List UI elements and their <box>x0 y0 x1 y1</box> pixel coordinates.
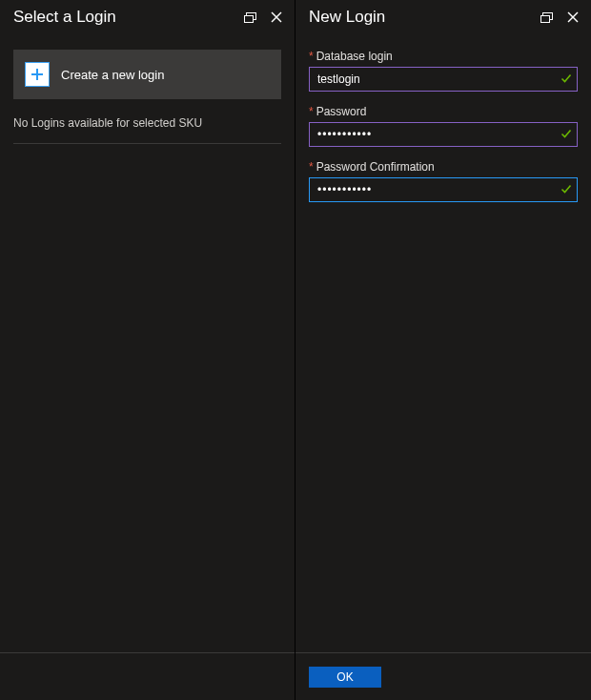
restore-icon[interactable] <box>241 9 258 26</box>
password-confirm-label: *Password Confirmation <box>309 160 578 174</box>
plus-icon <box>25 62 50 87</box>
password-confirm-field-group: *Password Confirmation <box>309 160 578 202</box>
new-login-title: New Login <box>309 8 385 27</box>
password-field-group: *Password <box>309 105 578 147</box>
database-login-input[interactable] <box>309 67 578 92</box>
database-login-label: *Database login <box>309 50 578 63</box>
checkmark-icon <box>560 71 572 88</box>
checkmark-icon <box>560 181 572 198</box>
ok-button[interactable]: OK <box>309 667 381 688</box>
required-marker: * <box>309 105 314 118</box>
required-marker: * <box>309 160 314 174</box>
password-label: *Password <box>309 105 578 118</box>
select-login-body: Create a new login No Logins available f… <box>0 32 295 652</box>
select-login-controls <box>241 9 285 26</box>
restore-icon[interactable] <box>538 9 555 26</box>
password-input-wrap <box>309 122 578 147</box>
svg-rect-7 <box>540 15 549 22</box>
new-login-panel: New Login *Database login <box>296 0 591 700</box>
select-login-header: Select a Login <box>0 0 295 32</box>
dialog-container: Select a Login Create a new login No Log… <box>0 0 591 700</box>
password-confirm-input[interactable] <box>309 177 578 202</box>
password-confirm-input-wrap <box>309 177 578 202</box>
select-login-footer <box>0 652 295 700</box>
new-login-footer: OK <box>296 652 591 700</box>
password-input[interactable] <box>309 122 578 147</box>
new-login-controls <box>538 9 581 26</box>
database-login-field-group: *Database login <box>309 50 578 92</box>
create-new-login-button[interactable]: Create a new login <box>13 50 281 99</box>
close-icon[interactable] <box>268 9 285 26</box>
create-new-login-label: Create a new login <box>61 68 164 82</box>
select-login-title: Select a Login <box>13 8 116 27</box>
checkmark-icon <box>560 126 572 143</box>
no-logins-message: No Logins available for selected SKU <box>13 116 281 144</box>
new-login-body: *Database login *Password <box>296 32 591 652</box>
select-login-panel: Select a Login Create a new login No Log… <box>0 0 296 700</box>
database-login-input-wrap <box>309 67 578 92</box>
required-marker: * <box>309 50 314 63</box>
close-icon[interactable] <box>564 9 581 26</box>
new-login-header: New Login <box>296 0 591 32</box>
svg-rect-1 <box>244 15 253 22</box>
